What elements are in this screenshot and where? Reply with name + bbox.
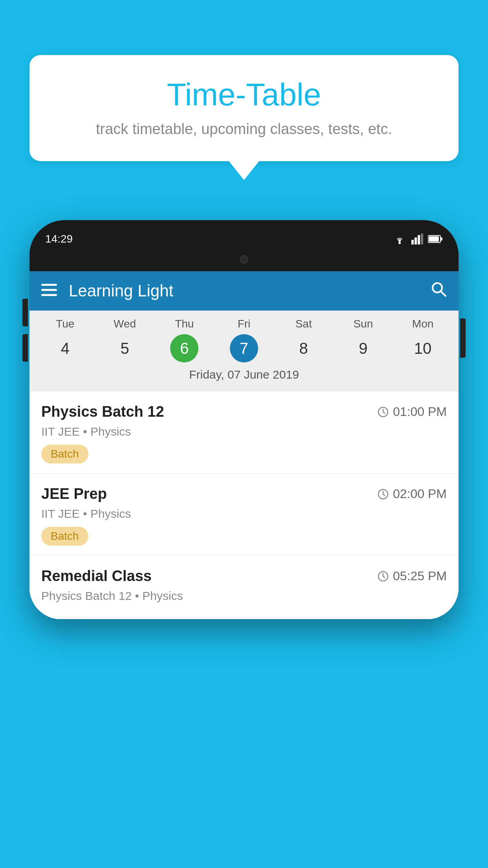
app-toolbar: Learning Light	[29, 271, 459, 311]
schedule-item-meta: IIT JEE • Physics	[41, 425, 447, 438]
schedule-item-header: JEE Prep 02:00 PM	[41, 485, 447, 502]
svg-point-11	[433, 283, 442, 292]
schedule-item-time: 05:25 PM	[377, 569, 447, 583]
volume-down-button[interactable]	[22, 334, 28, 362]
svg-rect-4	[421, 234, 423, 245]
day-name: Thu	[175, 318, 194, 330]
days-row: Tue4Wed5Thu6Fri7Sat8Sun9Mon10	[29, 318, 459, 362]
day-number[interactable]: 8	[290, 334, 318, 362]
calendar-day-7[interactable]: Fri7	[218, 318, 270, 362]
speech-bubble-container: Time-Table track timetable, upcoming cla…	[29, 55, 459, 161]
calendar-strip: Tue4Wed5Thu6Fri7Sat8Sun9Mon10 Friday, 07…	[29, 311, 459, 392]
batch-badge: Batch	[41, 527, 88, 546]
batch-badge: Batch	[41, 445, 88, 463]
day-name: Wed	[114, 318, 136, 330]
schedule-item-1[interactable]: JEE Prep 02:00 PM IIT JEE • Physics Batc…	[29, 474, 459, 556]
schedule-item-2[interactable]: Remedial Class 05:25 PM Physics Batch 12…	[29, 556, 459, 619]
schedule-item-header: Remedial Class 05:25 PM	[41, 568, 447, 585]
day-name: Sat	[295, 318, 312, 330]
schedule-item-0[interactable]: Physics Batch 12 01:00 PM IIT JEE • Phys…	[29, 392, 459, 474]
day-name: Sun	[353, 318, 373, 330]
day-number[interactable]: 10	[409, 334, 437, 362]
notch-cutout	[213, 250, 275, 269]
calendar-day-5[interactable]: Wed5	[99, 318, 150, 362]
volume-up-button[interactable]	[22, 299, 28, 326]
schedule-item-header: Physics Batch 12 01:00 PM	[41, 403, 447, 420]
bubble-subtitle: track timetable, upcoming classes, tests…	[53, 121, 435, 138]
day-number[interactable]: 5	[111, 334, 139, 362]
speech-bubble: Time-Table track timetable, upcoming cla…	[29, 55, 459, 161]
hamburger-menu-icon[interactable]	[41, 281, 57, 300]
svg-rect-3	[418, 235, 420, 245]
day-number[interactable]: 4	[51, 334, 79, 362]
schedule-item-time: 02:00 PM	[377, 487, 447, 501]
svg-rect-10	[41, 294, 57, 296]
wifi-icon	[393, 234, 407, 245]
svg-rect-8	[41, 284, 57, 286]
phone-screen: Tue4Wed5Thu6Fri7Sat8Sun9Mon10 Friday, 07…	[29, 311, 459, 619]
status-icons	[393, 234, 443, 245]
phone-container: 14:29	[29, 220, 459, 868]
battery-icon	[428, 235, 443, 243]
svg-rect-7	[440, 237, 442, 241]
app-title: Learning Light	[69, 281, 430, 300]
day-name: Tue	[56, 318, 74, 330]
schedule-item-title: Remedial Class	[41, 568, 152, 585]
clock-icon	[377, 406, 389, 418]
phone-frame: 14:29	[29, 220, 459, 619]
svg-line-12	[441, 291, 446, 296]
clock-icon	[377, 570, 389, 582]
search-icon[interactable]	[430, 281, 447, 301]
day-name: Fri	[238, 318, 251, 330]
bubble-title: Time-Table	[53, 77, 435, 113]
svg-rect-9	[41, 289, 57, 291]
day-number[interactable]: 6	[170, 334, 198, 362]
calendar-day-9[interactable]: Sun9	[338, 318, 389, 362]
schedule-item-meta: IIT JEE • Physics	[41, 507, 447, 520]
phone-frame-outer: 14:29	[29, 220, 459, 619]
schedule-list: Physics Batch 12 01:00 PM IIT JEE • Phys…	[29, 392, 459, 619]
schedule-item-title: JEE Prep	[41, 485, 107, 502]
svg-rect-1	[411, 240, 414, 245]
day-number[interactable]: 9	[349, 334, 377, 362]
phone-top-strip: 14:29	[29, 220, 459, 250]
clock-icon	[377, 488, 389, 500]
calendar-day-6[interactable]: Thu6	[159, 318, 210, 362]
svg-rect-2	[415, 237, 417, 245]
day-number[interactable]: 7	[230, 334, 258, 362]
signal-icon	[411, 234, 423, 245]
calendar-day-8[interactable]: Sat8	[278, 318, 329, 362]
notch-area	[29, 250, 459, 271]
schedule-item-meta: Physics Batch 12 • Physics	[41, 589, 447, 603]
svg-rect-6	[429, 236, 439, 242]
svg-point-0	[398, 242, 401, 244]
selected-date-label: Friday, 07 June 2019	[29, 362, 459, 388]
day-name: Mon	[412, 318, 433, 330]
calendar-day-4[interactable]: Tue4	[40, 318, 91, 362]
power-button[interactable]	[460, 318, 466, 358]
status-time: 14:29	[45, 233, 73, 245]
camera-dot	[240, 255, 248, 264]
schedule-item-time: 01:00 PM	[377, 405, 447, 419]
schedule-item-title: Physics Batch 12	[41, 403, 164, 420]
calendar-day-10[interactable]: Mon10	[397, 318, 448, 362]
